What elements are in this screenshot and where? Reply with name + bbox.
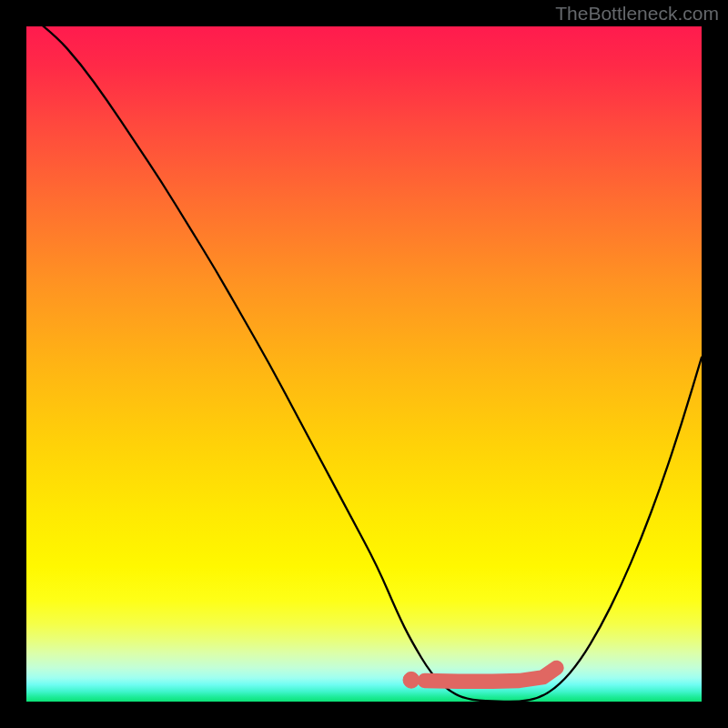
plot-area bbox=[26, 26, 702, 702]
chart-svg bbox=[26, 26, 702, 702]
watermark-text: TheBottleneck.com bbox=[555, 3, 719, 25]
chart-frame: TheBottleneck.com bbox=[0, 0, 728, 728]
bottleneck-curve bbox=[26, 26, 702, 702]
sweet-spot-band bbox=[425, 668, 557, 682]
sweet-spot-start-dot bbox=[403, 672, 420, 688]
